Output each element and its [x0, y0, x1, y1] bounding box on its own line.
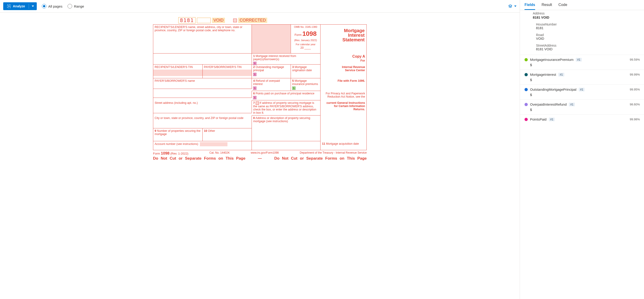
box-2: 2 Outstanding mortgage principal $: [252, 64, 291, 78]
field-confidence: 98.60%: [630, 103, 640, 106]
street-address-value: 8181 VOID: [536, 47, 640, 51]
field-color-dot: [524, 58, 528, 61]
layers-button[interactable]: [508, 4, 516, 8]
street-address-key: StreetAddress: [536, 44, 640, 47]
form-top-number: 8181: [178, 17, 196, 23]
house-number-key: HouseNumber: [536, 22, 640, 26]
field-item[interactable]: MortgageInsurancePremium#199.59%$: [520, 55, 644, 70]
box-10: 10 Other: [203, 128, 252, 141]
layers-icon: [508, 4, 512, 8]
box-8: 8 Address or description of property sec…: [252, 115, 320, 128]
chevron-down-icon: [514, 5, 516, 7]
field-badge: #1: [549, 118, 555, 121]
privacy-2: current General Instructions for Certain…: [320, 100, 366, 115]
house-number-value: 8181: [536, 26, 640, 30]
road-value: VOID: [536, 37, 640, 40]
analyze-button[interactable]: Analyze: [3, 2, 37, 10]
field-name: PointsPaid: [530, 117, 546, 121]
payer-name-cont: [153, 91, 252, 98]
field-confidence: 99.99%: [630, 73, 640, 76]
field-badge: #1: [569, 103, 574, 106]
box-8-cont: [252, 128, 320, 141]
field-color-dot: [524, 88, 528, 91]
recipient-tin: RECIPIENT'S/LENDER'S TIN: [153, 64, 203, 78]
address-title: Address: [533, 11, 640, 15]
field-item[interactable]: OutstandingMortgagePrincipal#199.95%$: [520, 84, 644, 99]
field-badge: #1: [576, 58, 582, 61]
box-3: 3 Mortgage origination date: [291, 64, 321, 78]
chevron-down-icon: [32, 5, 34, 7]
field-item[interactable]: PointsPaid#199.98%: [520, 114, 644, 124]
field-item[interactable]: MortgageInterest#199.99%$: [520, 70, 644, 84]
field-name: OverpaidInterestRefund: [530, 102, 566, 106]
field-name: OutstandingMortgagePrincipal: [530, 87, 576, 91]
payer-name: PAYER'S/BORROWER'S name: [153, 78, 252, 89]
address-value: 8181 VOID: [533, 16, 640, 19]
fields-panel[interactable]: Address 8181 VOID HouseNumber 8181 Road …: [520, 10, 644, 299]
field-confidence: 99.59%: [630, 58, 640, 61]
tab-code[interactable]: Code: [558, 3, 567, 10]
file-with: File with Form 1096.: [320, 78, 366, 91]
void-label: VOID: [212, 18, 225, 23]
road-key: Road: [536, 33, 640, 37]
corrected-label: CORRECTED: [238, 18, 267, 23]
analyze-icon: [7, 4, 11, 8]
analyze-label: Analyze: [13, 4, 25, 8]
radio-range[interactable]: Range: [68, 4, 84, 8]
form-id-cell: OMB No. 1545-1380 Form 1098 (Rev. Januar…: [291, 24, 321, 53]
field-item[interactable]: OverpaidInterestRefund#198.60%$: [520, 99, 644, 114]
field-value: $: [530, 78, 640, 82]
box-11: 11 Mortgage acquisition date: [320, 141, 366, 150]
field-value: $: [530, 108, 640, 112]
blank-slot: [197, 18, 211, 23]
radio-range-label: Range: [74, 4, 84, 8]
field-confidence: 99.98%: [630, 118, 640, 121]
dollar-icon: $: [292, 87, 296, 90]
city-cell: City or town, state or province, country…: [153, 115, 252, 128]
address-block: Address 8181 VOID HouseNumber 8181 Road …: [520, 10, 644, 55]
copy-a-irs: Internal Revenue Service Center: [320, 64, 366, 78]
box-4: 4 Refund of overpaid interest $: [252, 78, 291, 91]
tab-fields[interactable]: Fields: [524, 3, 535, 10]
svg-rect-2: [9, 5, 10, 7]
radio-icon: [68, 4, 72, 8]
street-address: Street address (including apt. no.): [153, 100, 252, 113]
dollar-icon: $: [253, 96, 256, 99]
box-1: 1 Mortgage interest received from payer(…: [252, 53, 320, 64]
radio-icon: [42, 4, 46, 8]
radio-all-pages-label: All pages: [48, 4, 62, 8]
checkbox-icon: [256, 101, 259, 105]
field-value: $: [530, 63, 640, 67]
box-8-cont2: [252, 141, 320, 150]
recipient-lender-cell: RECIPIENT'S/LENDER'S name, street addres…: [153, 24, 252, 53]
form-title-cell: Mortgage Interest Statement: [320, 24, 366, 53]
box-7: 7 If address of property securing mortga…: [252, 100, 320, 115]
tab-result[interactable]: Result: [542, 3, 552, 10]
field-badge: #1: [579, 88, 584, 91]
box-5: 5 Mortgage insurance premiums $: [291, 78, 321, 91]
field-color-dot: [524, 118, 528, 121]
payer-tin: PAYER'S/BORROWER'S TIN: [203, 64, 252, 78]
dollar-icon: $: [253, 73, 256, 76]
form-1098: 8181 VOID CORRECTED RECIPIENT'S/LENDER'S…: [153, 17, 367, 161]
tabs: Fields Result Code: [520, 0, 644, 10]
box-9: 9 Number of properties securing the mort…: [153, 128, 203, 141]
copy-a-cell: Copy A For: [320, 53, 366, 64]
privacy-1: For Privacy Act and Paperwork Reduction …: [320, 91, 366, 100]
box-6: 6 Points paid on purchase of principal r…: [252, 91, 320, 100]
svg-rect-1: [8, 6, 9, 7]
document-viewport[interactable]: 8181 VOID CORRECTED RECIPIENT'S/LENDER'S…: [0, 13, 520, 299]
radio-all-pages[interactable]: All pages: [42, 4, 62, 8]
dollar-icon: $: [253, 87, 256, 90]
field-value: $: [530, 93, 640, 97]
field-color-dot: [524, 73, 528, 76]
blank-right: [320, 115, 366, 128]
svg-rect-3: [10, 6, 10, 7]
toolbar: Analyze All pages Range: [0, 0, 520, 13]
field-name: MortgageInsurancePremium: [530, 58, 574, 61]
blank-pink-cell: [252, 24, 291, 53]
field-confidence: 99.95%: [630, 88, 640, 91]
field-color-dot: [524, 103, 528, 106]
analyze-dropdown[interactable]: [29, 4, 37, 9]
recipient-lender-cont: [153, 53, 252, 64]
